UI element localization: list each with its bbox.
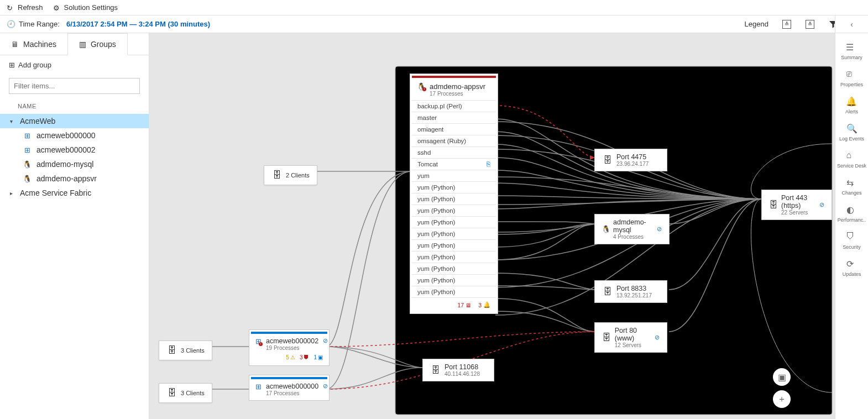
fit-icon: ▣ [778, 372, 786, 383]
tree-item-acme-service-fabric[interactable]: ▸ Acme Service Fabric [0, 186, 149, 200]
top-toolbar: ↻ Refresh ⚙ Solution Settings [0, 0, 868, 15]
add-group-button[interactable]: ⊞ Add group [0, 55, 149, 75]
process-item[interactable]: yum (Python) [412, 251, 496, 263]
node-label: 3 Clients [181, 390, 205, 396]
legend-button[interactable]: Legend [745, 20, 768, 28]
add-group-label: Add group [18, 61, 51, 69]
process-item[interactable]: backup.pl (Perl) [412, 100, 496, 112]
node-clients-3b[interactable]: 🗄 3 Clients [159, 384, 212, 402]
windows-icon: ⊞ [23, 132, 31, 139]
process-item[interactable]: omsagent (Ruby) [412, 135, 496, 146]
servers-icon: 🗄 [166, 387, 177, 399]
node-port-11068[interactable]: 🗄 Port 11068 40.114.46.128 [423, 359, 494, 381]
name-column-header: NAME [0, 97, 149, 114]
process-item[interactable]: yum [412, 170, 496, 181]
refresh-label: Refresh [18, 3, 43, 12]
rail-updates[interactable]: ⟳Updates [843, 259, 861, 277]
tree-item-acmeweb000002[interactable]: ⊞ acmeweb000002 [21, 143, 149, 157]
rail-performance[interactable]: ◐Performanc.. [838, 205, 866, 223]
node-acmeweb000002[interactable]: ⊞! acmeweb000002 19 Processes ⊘ 5⚠ 3⛊ 1▣ [251, 332, 327, 364]
node-title: admdemo-mysql [613, 218, 653, 234]
gear-icon: ⚙ [53, 4, 61, 12]
windows-icon: ⊞ [23, 146, 31, 154]
servers-icon: 🗄 [602, 155, 613, 166]
fit-to-screen-button[interactable]: ▣ [773, 368, 791, 386]
node-label: 3 Clients [181, 347, 205, 354]
process-item[interactable]: yum (Python) [412, 228, 496, 239]
tree-item-acmeweb000000[interactable]: ⊞ acmeweb000000 [21, 128, 149, 143]
rail-service-desk[interactable]: ⌂Service Desk [837, 150, 866, 169]
add-group-icon: ⊞ [9, 61, 15, 69]
tree-item-acmeweb[interactable]: ▾ AcmeWeb [0, 114, 149, 128]
node-port-80[interactable]: 🗄 Port 80 (www) 12 Servers ⊘ [595, 323, 667, 352]
node-clients-3a[interactable]: 🗄 3 Clients [159, 341, 212, 360]
process-item[interactable]: sshd [412, 146, 496, 158]
tree-label: admdemo-mysql [36, 160, 93, 169]
bell-icon: 🔔 [483, 301, 490, 308]
footer-badge-alerts: 3🔔 [478, 301, 490, 308]
node-port-8833[interactable]: 🗄 Port 8833 13.92.251.217 [595, 281, 667, 302]
expand-all-button[interactable]: ≚ [805, 19, 815, 29]
time-range-bar: 🕘 Time Range: 6/13/2017 2:54 PM — 3:24 P… [0, 15, 868, 33]
sidebar-tabs: 🖥 Machines ▥ Groups [0, 33, 149, 55]
node-sub: 12 Servers [615, 342, 651, 348]
process-item[interactable]: yum (Python) [412, 263, 496, 274]
node-title: Port 11068 [445, 363, 480, 371]
rail-summary[interactable]: ☰Summary [841, 42, 862, 60]
process-item[interactable]: yum (Python) [412, 181, 496, 193]
node-title: Port 4475 [616, 153, 649, 161]
tree-item-admdemo-appsvr[interactable]: 🐧 admdemo-appsvr [21, 171, 149, 186]
node-title: acmeweb000000 [266, 383, 318, 390]
node-port-443[interactable]: 🗄 Port 443 (https) 22 Servers ⊘ [762, 190, 832, 219]
alert-badge: 3⛊ [300, 354, 310, 360]
rail-collapse-button[interactable]: ‹ [835, 15, 868, 33]
refresh-button[interactable]: ↻ Refresh [7, 3, 43, 12]
sliders-icon: ⎚ [846, 69, 857, 80]
tree-label: admdemo-appsvr [36, 174, 97, 183]
node-port-4475[interactable]: 🗄 Port 4475 23.96.24.177 [595, 149, 667, 171]
left-sidebar: 🖥 Machines ▥ Groups ⊞ Add group NAME ▾ A… [0, 33, 149, 419]
rail-properties[interactable]: ⎚Properties [840, 69, 863, 87]
tab-groups[interactable]: ▥ Groups [67, 33, 128, 55]
node-clients-2[interactable]: 🗄 2 Clients [264, 166, 317, 185]
rail-label: Service Desk [837, 163, 866, 169]
tree-item-admdemo-mysql[interactable]: 🐧 admdemo-mysql [21, 157, 149, 171]
node-sub: 4 Processes [613, 234, 653, 240]
rail-label: Updates [843, 271, 861, 277]
node-title: Port 80 (www) [615, 327, 651, 342]
globe-icon: ⊘ [655, 334, 660, 341]
group-tree: ▾ AcmeWeb ⊞ acmeweb000000 ⊞ acmeweb00000… [0, 114, 149, 200]
collapse-all-button[interactable]: ≙ [782, 19, 792, 29]
node-admdemo-appsvr[interactable]: 🐧! admdemo-appsvr 17 Processes backup.pl… [412, 76, 496, 312]
machines-icon: 🖥 [11, 40, 19, 49]
process-item[interactable]: omiagent [412, 123, 496, 135]
tab-machines[interactable]: 🖥 Machines [0, 33, 67, 55]
node-admdemo-mysql[interactable]: 🐧 admdemo-mysql 4 Processes ⊘ [595, 214, 669, 244]
rail-log-events[interactable]: 🔍Log Events [839, 123, 864, 142]
servers-icon: 🗄 [602, 332, 611, 343]
process-item[interactable]: yum (Python) [412, 286, 496, 297]
rail-security[interactable]: ⛉Security [843, 232, 861, 250]
time-range-value[interactable]: 6/13/2017 2:54 PM — 3:24 PM (30 minutes) [66, 20, 210, 28]
rail-alerts[interactable]: 🔔Alerts [845, 96, 858, 114]
node-acmeweb000000[interactable]: ⊞ acmeweb000000 17 Processes ⊘ [251, 377, 327, 399]
process-item[interactable]: yum (Python) [412, 205, 496, 216]
zoom-in-button[interactable]: ＋ [773, 390, 791, 408]
map-canvas[interactable]: 🗄 2 Clients 🗄 3 Clients 🗄 3 Clients ⊞! a… [149, 33, 835, 419]
shield-icon: ⛊ [304, 354, 309, 360]
rail-changes[interactable]: ⇆Changes [841, 177, 861, 196]
process-item[interactable]: yum (Python) [412, 216, 496, 228]
solution-settings-button[interactable]: ⚙ Solution Settings [53, 3, 118, 12]
process-item[interactable]: Tomcat⎘ [412, 158, 496, 170]
process-item[interactable]: yum (Python) [412, 274, 496, 286]
process-item[interactable]: yum (Python) [412, 239, 496, 251]
filter-input[interactable] [9, 78, 140, 94]
plus-icon: ＋ [777, 394, 786, 405]
process-item[interactable]: master [412, 112, 496, 123]
node-sub: 23.96.24.177 [616, 161, 649, 167]
shield-icon: ⛉ [846, 232, 857, 243]
chevron-right-icon: ▸ [10, 190, 15, 196]
windows-icon: ⊞! [255, 337, 262, 345]
tree-label: acmeweb000002 [36, 145, 96, 154]
process-item[interactable]: yum (Python) [412, 193, 496, 205]
